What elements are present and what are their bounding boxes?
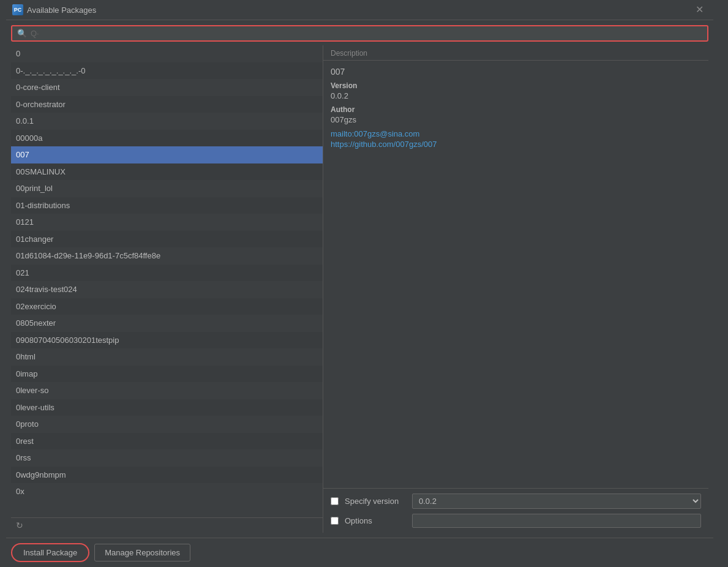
package-item[interactable]: 090807040506030201testpip: [11, 332, 323, 349]
dialog-title: Available Packages: [27, 6, 96, 15]
options-label: Options: [345, 516, 406, 525]
package-item[interactable]: 0121: [11, 214, 323, 231]
package-item[interactable]: 0-core-client: [11, 79, 323, 96]
description-label: Description: [323, 45, 708, 61]
package-item[interactable]: 0imap: [11, 366, 323, 383]
bottom-bar: Install Package Manage Repositories: [6, 538, 713, 567]
package-item[interactable]: 00SMALINUX: [11, 163, 323, 181]
options-row: Options: [331, 514, 701, 528]
search-bar: 🔍: [11, 25, 708, 42]
package-item[interactable]: 0rss: [11, 449, 323, 467]
right-panel: Description 007 Version 0.0.2 Author 007…: [323, 45, 708, 533]
package-item[interactable]: 0x: [11, 483, 323, 500]
package-item[interactable]: 01d61084-d29e-11e9-96d1-7c5cf84ffe8e: [11, 247, 323, 265]
version-label: Version: [331, 81, 701, 90]
pkg-name: 007: [331, 67, 701, 77]
description-content: 007 Version 0.0.2 Author 007gzs mailto:0…: [323, 61, 708, 488]
main-panels: 00-._._._._._._._._.-00-core-client0-orc…: [11, 45, 708, 533]
search-input[interactable]: [31, 29, 702, 38]
manage-repositories-button[interactable]: Manage Repositories: [94, 544, 190, 561]
package-item[interactable]: 021: [11, 265, 323, 282]
title-bar: PC Available Packages ✕: [6, 0, 713, 20]
refresh-area: ↻: [11, 517, 323, 533]
package-item[interactable]: 02exercicio: [11, 298, 323, 315]
version-select[interactable]: 0.0.20.0.1: [412, 494, 701, 509]
content-area: 🔍 00-._._._._._._._._.-00-core-client0-o…: [6, 20, 713, 538]
package-item[interactable]: 00000a: [11, 130, 323, 147]
refresh-icon[interactable]: ↻: [16, 520, 23, 530]
package-item[interactable]: 0: [11, 45, 323, 62]
install-package-button[interactable]: Install Package: [11, 543, 89, 562]
package-item[interactable]: 0-orchestrator: [11, 96, 323, 113]
package-item[interactable]: 024travis-test024: [11, 281, 323, 298]
package-item[interactable]: 0proto: [11, 416, 323, 433]
version-value: 0.0.2: [331, 91, 701, 100]
author-value: 007gzs: [331, 115, 701, 124]
package-item[interactable]: 007: [11, 146, 323, 163]
options-area: Specify version 0.0.20.0.1 Options: [323, 488, 708, 533]
package-item[interactable]: 01changer: [11, 231, 323, 248]
app-icon: PC: [12, 4, 23, 15]
package-item[interactable]: 0.0.1: [11, 113, 323, 130]
title-bar-left: PC Available Packages: [12, 4, 96, 15]
package-item[interactable]: 01-distributions: [11, 197, 323, 214]
email-link[interactable]: mailto:007gzs@sina.com: [331, 129, 701, 138]
dialog-container: PC Available Packages ✕ 🔍 00-._._._._._.…: [6, 0, 713, 567]
author-label: Author: [331, 105, 701, 114]
package-item[interactable]: 0-._._._._._._._._.-0: [11, 62, 323, 80]
left-panel: 00-._._._._._._._._.-00-core-client0-orc…: [11, 45, 323, 533]
packages-list[interactable]: 00-._._._._._._._._.-00-core-client0-orc…: [11, 45, 323, 517]
package-item[interactable]: 00print_lol: [11, 180, 323, 197]
package-item[interactable]: 0html: [11, 348, 323, 366]
options-input[interactable]: [412, 514, 701, 528]
package-item[interactable]: 0rest: [11, 433, 323, 450]
options-checkbox[interactable]: [331, 517, 339, 525]
github-link[interactable]: https://github.com/007gzs/007: [331, 140, 701, 149]
search-icon: 🔍: [17, 29, 27, 38]
package-item[interactable]: 0805nexter: [11, 315, 323, 332]
description-section: Description 007 Version 0.0.2 Author 007…: [323, 45, 708, 488]
package-item[interactable]: 0wdg9nbmpm: [11, 467, 323, 484]
specify-version-label: Specify version: [345, 497, 406, 506]
specify-version-row: Specify version 0.0.20.0.1: [331, 494, 701, 509]
package-item[interactable]: 0lever-utils: [11, 399, 323, 416]
close-button[interactable]: ✕: [692, 4, 707, 16]
package-item[interactable]: 0lever-so: [11, 382, 323, 399]
specify-version-checkbox[interactable]: [331, 497, 339, 505]
